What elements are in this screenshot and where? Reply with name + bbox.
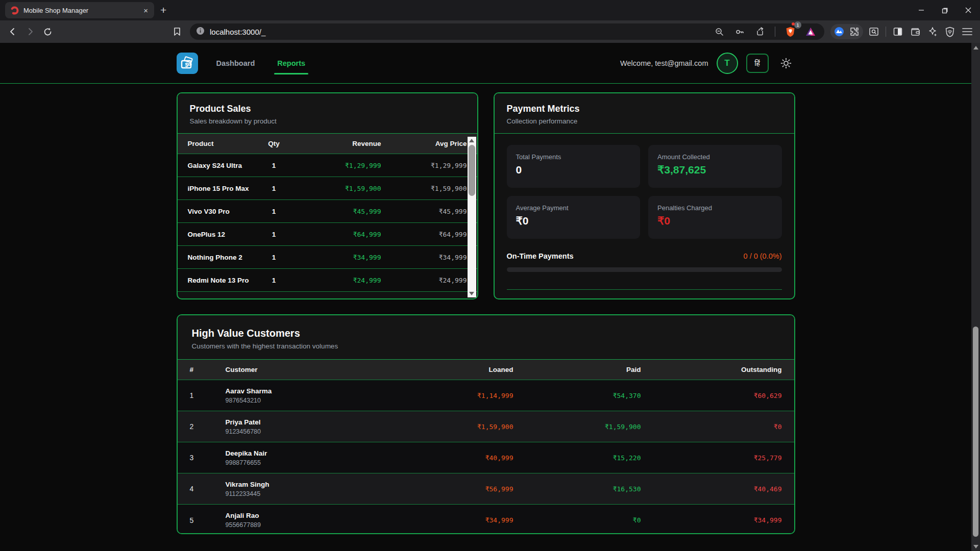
site-info-icon[interactable] <box>196 27 205 37</box>
welcome-text: Welcome, test@gmail.com <box>620 59 708 67</box>
window-close-button[interactable] <box>957 0 980 20</box>
metric-tile-total-payments: Total Payments 0 <box>507 145 641 188</box>
payment-metrics-card: Payment Metrics Collection performance T… <box>494 92 795 299</box>
scrollbar-down-arrow[interactable] <box>468 290 476 297</box>
svg-text:$: $ <box>185 61 188 67</box>
share-icon[interactable] <box>752 24 768 39</box>
customers-table-header: # Customer Loaned Paid Outstanding <box>178 360 794 380</box>
page-scrollbar-down-arrow[interactable] <box>971 543 980 550</box>
extensions-puzzle-icon[interactable] <box>847 24 862 39</box>
address-bar[interactable]: localhost:3000/_ <box>190 23 824 40</box>
url-text[interactable]: localhost:3000/_ <box>210 28 706 36</box>
zoom-out-icon[interactable] <box>712 24 727 39</box>
theme-toggle-button[interactable] <box>777 54 795 72</box>
product-sales-table: Product Qty Revenue Avg Price Galaxy S24… <box>178 134 477 292</box>
app-header: $ Dashboard Reports Welcome, test@gm <box>0 43 971 84</box>
payment-metrics-subtitle: Collection performance <box>507 117 782 125</box>
product-sales-subtitle: Sales breakdown by product <box>190 117 465 125</box>
brave-rewards-icon[interactable] <box>803 24 818 39</box>
page-scrollbar-thumb[interactable] <box>973 327 978 537</box>
table-row[interactable]: Nothing Phone 2 1 ₹34,999 ₹34,999 <box>178 246 477 269</box>
product-sales-card: Product Sales Sales breakdown by product… <box>177 92 478 299</box>
page-scrollbar[interactable] <box>971 43 980 551</box>
high-value-customers-table: # Customer Loaned Paid Outstanding 1 Aar… <box>178 360 794 534</box>
wallet-icon[interactable] <box>908 24 923 39</box>
high-value-customers-card: High Value Customers Customers with the … <box>177 314 795 534</box>
shield-badge: 1 <box>794 21 801 29</box>
vpn-shield-icon[interactable] <box>942 24 958 39</box>
scrollbar-thumb[interactable] <box>469 145 475 196</box>
table-row[interactable]: 3 Deepika Nair9988776655 ₹40,999 ₹15,220… <box>178 442 794 473</box>
table-row[interactable]: Redmi Note 13 Pro 1 ₹24,999 ₹24,999 <box>178 269 477 292</box>
largest-payment: Largest: ₹0 <box>507 298 543 299</box>
new-tab-button[interactable]: + <box>160 4 166 16</box>
table-row[interactable]: 1 Aarav Sharma9876543210 ₹1,14,999 ₹54,3… <box>178 380 794 411</box>
table-row[interactable]: Galaxy S24 Ultra 1 ₹1,29,999 ₹1,29,999 <box>178 154 477 177</box>
app-logo[interactable]: $ <box>177 53 198 74</box>
forward-icon[interactable] <box>22 24 38 39</box>
reload-icon[interactable] <box>40 24 55 39</box>
tab-title: Mobile Shop Manager <box>23 7 138 14</box>
password-key-icon[interactable] <box>732 24 747 39</box>
metrics-divider <box>507 289 782 290</box>
metric-tile-amount-collected: Amount Collected ₹3,87,625 <box>648 145 782 188</box>
sidebar-toggle-icon[interactable] <box>890 24 905 39</box>
table-row[interactable]: 4 Vikram Singh9112233445 ₹56,999 ₹16,530… <box>178 473 794 505</box>
active-nav-underline <box>274 73 308 74</box>
leo-ai-sparkle-icon[interactable] <box>925 24 940 39</box>
language-toggle-button[interactable]: हिं <box>746 54 769 73</box>
metric-tile-penalties-charged: Penalties Charged ₹0 <box>648 196 782 239</box>
on-time-payments-label: On-Time Payments <box>507 252 574 260</box>
scrollbar-up-arrow[interactable] <box>468 137 476 144</box>
bookmark-icon[interactable] <box>169 24 185 39</box>
nav-dashboard[interactable]: Dashboard <box>215 55 256 71</box>
table-row[interactable]: 2 Priya Patel9123456780 ₹1,59,900 ₹1,59,… <box>178 411 794 442</box>
high-value-customers-subtitle: Customers with the highest transaction v… <box>192 342 780 350</box>
shield-badge-dot <box>792 22 795 26</box>
menu-hamburger-icon[interactable] <box>960 24 975 39</box>
back-icon[interactable] <box>5 24 20 39</box>
brave-shield-icon[interactable]: 1 <box>782 24 798 39</box>
metric-tile-average-payment: Average Payment ₹0 <box>507 196 641 239</box>
on-time-payments-value: 0 / 0 (0.0%) <box>744 252 782 260</box>
nav-reports[interactable]: Reports <box>276 55 306 71</box>
page-scrollbar-up-arrow[interactable] <box>971 44 980 51</box>
browser-tab[interactable]: Mobile Shop Manager × <box>5 2 154 18</box>
table-row[interactable]: 5 Anjali Rao9556677889 ₹34,999 ₹0 ₹34,99… <box>178 505 794 534</box>
sun-icon <box>780 58 792 69</box>
browser-titlebar: Mobile Shop Manager × + <box>0 0 980 20</box>
search-tabs-icon[interactable] <box>866 24 881 39</box>
main-nav: Dashboard Reports <box>215 55 307 71</box>
smallest-payment: Smallest: ₹0 <box>742 298 781 299</box>
window-restore-button[interactable] <box>933 0 957 20</box>
product-sales-table-header: Product Qty Revenue Avg Price <box>178 134 477 154</box>
on-time-progress-bar <box>507 267 782 272</box>
site-favicon <box>10 6 19 15</box>
table-row[interactable]: OnePlus 12 1 ₹64,999 ₹64,999 <box>178 223 477 246</box>
payment-metrics-title: Payment Metrics <box>507 104 782 114</box>
product-sales-title: Product Sales <box>190 104 465 114</box>
table-row[interactable]: Vivo V30 Pro 1 ₹45,999 ₹45,999 <box>178 200 477 223</box>
table-row[interactable]: iPhone 15 Pro Max 1 ₹1,59,900 ₹1,59,900 <box>178 177 477 200</box>
tab-close-icon[interactable]: × <box>142 6 149 15</box>
user-avatar[interactable]: T <box>717 53 738 74</box>
table-scrollbar[interactable] <box>468 137 476 297</box>
extension-blue-icon[interactable] <box>831 24 847 39</box>
browser-toolbar: localhost:3000/_ <box>0 20 980 43</box>
window-minimize-button[interactable] <box>910 0 933 20</box>
high-value-customers-title: High Value Customers <box>192 328 780 339</box>
